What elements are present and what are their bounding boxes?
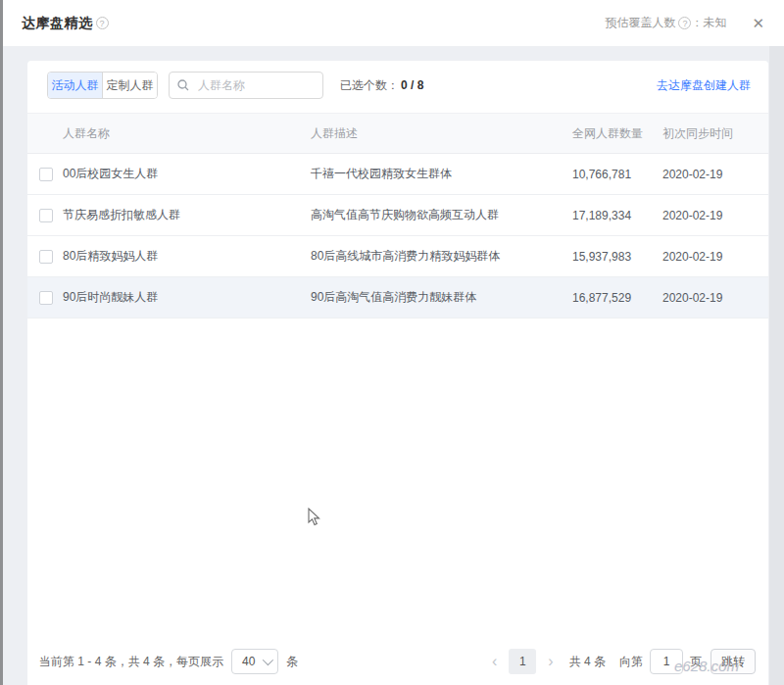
table-row[interactable]: 90后时尚靓妹人群 90后高淘气值高消费力靓妹群体 16,877,529 202… [27,277,768,318]
pager: ‹ 1 › 共 4 条 向第 页 跳转 [488,649,756,674]
table-row[interactable]: 节庆易感折扣敏感人群 高淘气值高节庆购物欲高频互动人群 17,189,334 2… [27,195,768,236]
row-checkbox[interactable] [39,291,53,305]
page-size-unit: 条 [286,654,298,670]
audience-name: 00后校园女生人群 [63,166,311,182]
col-header-count: 全网人群数量 [572,125,662,142]
goto-page-input[interactable] [650,649,683,674]
close-icon[interactable]: ✕ [752,16,764,30]
audience-table: 人群名称 人群描述 全网人群数量 初次同步时间 00后校园女生人群 千禧一代校园… [27,113,768,318]
audience-desc: 高淘气值高节庆购物欲高频互动人群 [311,207,572,223]
pagination-summary: 当前第 1 - 4 条，共 4 条，每页展示 [39,654,223,670]
audience-count: 15,937,983 [572,250,662,264]
col-header-name: 人群名称 [63,125,311,142]
prev-page-icon[interactable]: ‹ [488,654,501,669]
row-checkbox[interactable] [39,250,53,264]
search-icon [177,79,189,91]
dialog-title: 达摩盘精选 [22,15,93,32]
next-page-icon[interactable]: › [544,654,557,669]
audience-desc: 80后高线城市高消费力精致妈妈群体 [311,248,572,265]
content-panel: 活动人群 定制人群 已选个数： 0 / 8 去达摩盘创建人群 人群名称 人群描述… [27,61,768,685]
table-row[interactable]: 00后校园女生人群 千禧一代校园精致女生群体 10,766,781 2020-0… [27,154,768,195]
audience-desc: 90后高淘气值高消费力靓妹群体 [311,289,572,306]
create-audience-link[interactable]: 去达摩盘创建人群 [657,77,751,94]
selected-count: 已选个数： 0 / 8 [340,77,423,94]
coverage-label: 预估覆盖人数 [605,15,675,31]
table-row[interactable]: 80后精致妈妈人群 80后高线城市高消费力精致妈妈群体 15,937,983 2… [27,236,768,277]
table-header-row: 人群名称 人群描述 全网人群数量 初次同步时间 [27,113,768,154]
audience-date: 2020-02-19 [662,250,768,264]
coverage-help-icon[interactable]: ? [678,17,691,29]
row-checkbox[interactable] [39,168,53,181]
audience-name: 90后时尚靓妹人群 [63,289,311,306]
coverage-info: 预估覆盖人数 ? ： 未知 [605,15,726,31]
coverage-colon: ： [691,15,703,31]
scrollbar-track[interactable] [769,46,784,685]
audience-date: 2020-02-19 [662,209,768,222]
mouse-cursor [308,508,321,527]
jump-button[interactable]: 跳转 [710,649,756,674]
audience-date: 2020-02-19 [662,291,768,305]
total-count: 共 4 条 [569,654,606,670]
toolbar: 活动人群 定制人群 已选个数： 0 / 8 去达摩盘创建人群 [47,72,751,99]
audience-count: 10,766,781 [572,168,662,181]
audience-desc: 千禧一代校园精致女生群体 [311,166,572,182]
goto-label: 向第 [619,654,643,670]
tab-activity-audience[interactable]: 活动人群 [48,73,102,98]
search-input[interactable] [196,77,315,93]
goto-unit: 页 [690,654,702,670]
chevron-down-icon [263,655,273,665]
current-page-button[interactable]: 1 [509,649,536,674]
audience-name: 80后精致妈妈人群 [63,248,311,265]
col-header-date: 初次同步时间 [662,125,768,142]
page-size-value: 40 [242,655,255,668]
pagination-bar: 当前第 1 - 4 条，共 4 条，每页展示 40 条 ‹ 1 › 共 4 条 … [27,646,768,677]
tab-custom-audience[interactable]: 定制人群 [102,73,157,98]
row-checkbox[interactable] [39,209,53,222]
page-size-select[interactable]: 40 [231,649,278,674]
audience-name: 节庆易感折扣敏感人群 [63,207,311,223]
search-box[interactable] [169,72,323,99]
audience-date: 2020-02-19 [662,168,768,181]
coverage-value: 未知 [703,15,726,31]
audience-count: 16,877,529 [572,291,662,305]
audience-tab-group: 活动人群 定制人群 [47,72,158,99]
title-help-icon[interactable]: ? [96,17,109,29]
dialog-titlebar: 达摩盘精选 ? 预估覆盖人数 ? ： 未知 ✕ [3,0,784,46]
selected-count-value: 0 / 8 [401,78,423,92]
col-header-desc: 人群描述 [311,125,572,142]
audience-count: 17,189,334 [572,209,662,222]
selected-count-label: 已选个数： [340,77,399,94]
